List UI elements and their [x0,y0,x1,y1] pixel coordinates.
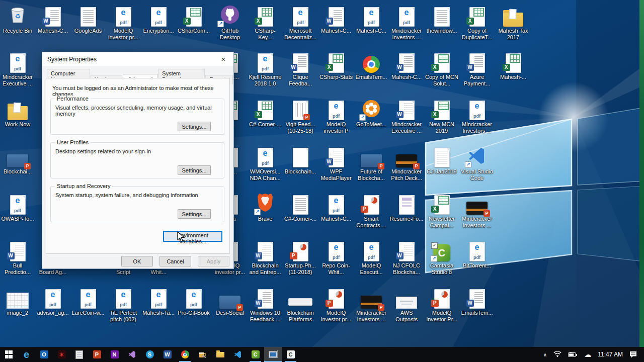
desktop-icon[interactable]: ↗GitHub Desktop [213,3,247,40]
desktop-icon[interactable]: ↗Brave [248,191,282,222]
desktop-icon[interactable]: GoogleAds [71,3,105,34]
desktop-icon[interactable]: WAzure Payment... [460,49,494,86]
desktop-icon[interactable]: PModelQ investor pr... [319,285,353,322]
desktop-icon[interactable]: WMahesh-C... [389,49,424,80]
clock[interactable]: 11:47 AM [598,351,623,358]
desktop-icon[interactable]: Blockchain Platforms [283,285,317,322]
apply-button[interactable]: Apply [198,256,229,266]
desktop-icon[interactable]: PDesi-Social [213,285,247,316]
desktop-icon[interactable]: Blockchain... [283,144,317,175]
desktop-icon[interactable]: epdfKjell Resume 2018 1.0 [248,49,282,86]
desktop-icon[interactable]: WBlockchain and Entrep... [248,238,282,275]
desktop-icon[interactable]: ↗GoToMeet... [354,97,388,128]
desktop-icon[interactable]: epdfMahesh-C... [319,191,353,222]
desktop-icon[interactable]: WNJ CFOLC Blockcha... [389,238,424,275]
desktop-icon[interactable]: XCSharp-Key... [248,3,282,40]
desktop-icon[interactable]: ♻Recycle Bin [1,3,35,34]
desktop-icon[interactable]: thewindow... [425,3,459,34]
desktop-icon[interactable]: C#-Corner-... [283,191,317,222]
desktop-icon[interactable]: PVigit-Feed... (10-25-18) [283,97,317,134]
desktop-icon[interactable]: image_2 [1,285,35,316]
desktop-icon[interactable]: WClique Feedba... [283,49,317,86]
desktop-icon[interactable]: epdfMindcracker Investors ... [389,3,424,40]
taskbar-camtasia-button[interactable]: C [247,347,264,362]
wifi-icon[interactable] [553,351,561,357]
desktop-icon[interactable]: WMahesh-C... [319,3,353,34]
environment-variables-button[interactable]: Environment Variables... [163,231,222,242]
desktop-icon[interactable]: Mahesh Tax 2017 [496,3,530,40]
battery-icon[interactable] [568,352,578,357]
desktop-icon[interactable]: epdfTiE Perfect pitch (002) [106,285,140,322]
desktop-icon[interactable]: epdfOWASP-To... [1,191,35,222]
desktop-icon[interactable]: XCopy of MCN Solut... [425,49,459,86]
taskbar-outlook-button[interactable]: O [35,347,53,362]
desktop-icon[interactable]: XCopy of DuplicateT... [460,3,494,40]
desktop-icon[interactable]: epdfMindcracker Executive ... [1,49,35,86]
desktop-icon[interactable]: epdfadvisor_ag... [36,285,70,316]
desktop-icon[interactable]: WMahesh-C... [36,3,70,34]
performance-settings-button[interactable]: Settings... [178,122,211,131]
desktop-icon[interactable]: XNewsletter Campai... [425,191,459,228]
desktop-icon[interactable]: WBull Predictio... [1,238,35,275]
taskbar-camtasia-recorder-button[interactable]: C [282,347,299,362]
taskbar-skype-button[interactable]: S [141,347,158,362]
desktop-icon[interactable]: WWindows 10 Feedback ... [248,285,282,322]
desktop-icon[interactable]: epdfPro-Git-Book [177,285,211,316]
desktop-icon[interactable]: PMindcracker Pitch Deck... [389,144,424,181]
desktop-icon[interactable]: epdfModelQ Executi... [354,238,388,275]
taskbar-notepad-button[interactable] [70,347,88,362]
desktop-icon[interactable]: epdfMicrosoft Decentraliz... [283,3,317,40]
taskbar-file-explorer-button[interactable] [211,347,229,362]
desktop-icon[interactable]: epdfEncryption... [141,3,176,34]
desktop-icon[interactable]: PSmart Contracts ... [354,191,388,228]
desktop-icon[interactable]: EmailsTem... [354,49,388,80]
desktop-icon[interactable]: XMahesh-... [496,49,530,80]
dialog-title-bar[interactable]: System Properties × [42,52,233,66]
desktop-icon[interactable]: epdfMindcracker Investors ... [460,97,494,134]
close-icon[interactable]: × [218,55,228,63]
desktop-icon[interactable]: epdfLareCoin-w... [71,285,105,316]
desktop-icon[interactable]: epdfBitTorrent... [460,238,494,269]
desktop-icon[interactable]: epdfModelQ investor P [319,97,353,134]
desktop-icon[interactable]: epdfWMOversi... NDA Chan... [248,144,282,181]
taskbar-edge-button[interactable]: e [18,347,35,362]
tray-chevron-icon[interactable]: ∧ [543,352,547,357]
desktop-icon[interactable]: PMindcracker Investors ... [354,285,388,322]
ok-button[interactable]: OK [121,256,153,266]
taskbar-start-button[interactable] [0,347,18,362]
taskbar-red-app-button[interactable]: ✶ [53,347,70,362]
desktop-icon[interactable]: ↗Visual Studio Code [460,144,494,181]
desktop-icon[interactable]: PBlockchai... [1,144,35,175]
taskbar-visual-studio-button[interactable] [123,347,141,362]
desktop-icon[interactable]: WWPF MediaPlayer [319,144,353,181]
user-profiles-settings-button[interactable]: Settings... [178,165,211,175]
desktop-icon[interactable]: PModelQ Investor Pr... [425,285,459,322]
cancel-button[interactable]: Cancel [159,256,191,266]
taskbar-vscode-button[interactable] [229,347,247,362]
desktop-icon[interactable]: CJ-Jan2019 [425,144,459,175]
startup-recovery-settings-button[interactable]: Settings... [178,209,211,219]
taskbar-chrome-button[interactable] [176,347,194,362]
taskbar-brew-tool-button[interactable] [194,347,211,362]
onedrive-icon[interactable]: ☁ [584,351,591,358]
desktop-icon[interactable]: PFuture of Blockcha... [354,144,388,181]
desktop-icon[interactable]: XNew MCN 2019 [425,97,459,134]
desktop-icon[interactable]: epdfRepo Coin-Whit... [319,238,353,275]
taskbar-onenote-button[interactable]: N [106,347,123,362]
desktop-icon[interactable]: ✓C↗Camtasia Studio 8 [425,238,459,275]
taskbar-system-properties-button[interactable]: ✓ [264,347,282,362]
desktop-icon[interactable]: XC#-Corner-... [248,97,282,128]
taskbar-powerpoint-button[interactable]: P [88,347,106,362]
desktop-icon[interactable]: PMindcracker Investors ... [460,191,494,228]
action-center-icon[interactable] [629,351,637,358]
desktop-icon[interactable]: XCSharp-Stats [319,49,353,80]
desktop-icon[interactable]: Resume-Fo... [389,191,424,222]
desktop-icon[interactable]: AWS Outposts [389,285,424,322]
taskbar-word-button[interactable]: W [158,347,176,362]
desktop-icon[interactable]: WMindcracker Executive ... [389,97,424,134]
desktop-icon[interactable]: WEmailsTem... [460,285,494,316]
desktop-icon[interactable]: XCSharCorn... [177,3,211,34]
desktop-icon[interactable]: epdfMahesh-Ta... [141,285,176,316]
desktop-icon[interactable]: Work Now [1,97,35,128]
desktop-icon[interactable]: epdfMahesh-C... [354,3,388,34]
